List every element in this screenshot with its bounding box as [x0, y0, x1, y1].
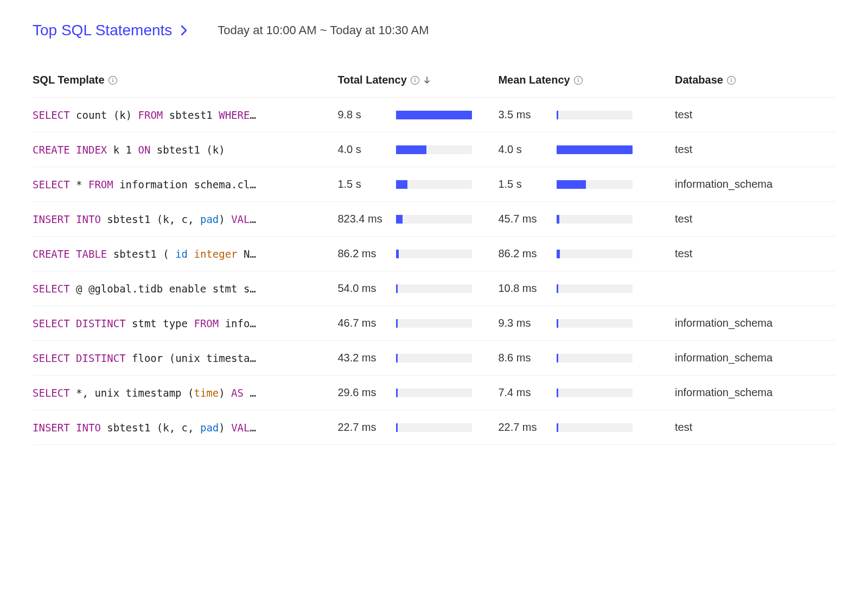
col-header-total-latency[interactable]: Total Latency	[337, 65, 498, 98]
total-latency-bar	[396, 250, 472, 258]
mean-latency-value: 22.7 ms	[498, 421, 547, 434]
mean-latency-bar	[557, 145, 633, 154]
total-latency-value: 54.0 ms	[337, 282, 386, 295]
col-header-template[interactable]: SQL Template	[33, 65, 337, 98]
mean-latency-bar	[557, 215, 633, 224]
info-icon[interactable]	[573, 75, 583, 85]
col-header-mean-latency[interactable]: Mean Latency	[498, 65, 675, 98]
mean-latency-value: 8.6 ms	[498, 352, 547, 364]
table-row[interactable]: INSERT INTO sbtest1 (k, c, pad) VAL… 823…	[33, 202, 835, 237]
sql-template: SELECT count (k) FROM sbtest1 WHERE…	[33, 109, 333, 121]
mean-latency-cell: 1.5 s	[498, 178, 671, 190]
database-value: information_schema	[675, 352, 773, 364]
mean-latency-value: 7.4 ms	[498, 386, 547, 399]
total-latency-bar	[396, 354, 472, 362]
mean-latency-value: 3.5 ms	[498, 109, 547, 121]
sql-table: SQL Template Total Latency	[33, 65, 835, 445]
total-latency-cell: 823.4 ms	[337, 213, 494, 225]
total-latency-bar	[396, 215, 472, 224]
table-header-row: SQL Template Total Latency	[33, 65, 835, 98]
mean-latency-value: 10.8 ms	[498, 282, 547, 295]
svg-point-1	[112, 78, 113, 79]
info-icon[interactable]	[410, 75, 420, 85]
sql-template: SELECT * FROM information_schema.cl…	[33, 179, 333, 190]
mean-latency-value: 86.2 ms	[498, 247, 547, 260]
mean-latency-bar	[557, 111, 633, 119]
total-latency-cell: 43.2 ms	[337, 352, 494, 364]
sort-desc-icon	[423, 76, 431, 85]
total-latency-cell: 54.0 ms	[337, 282, 494, 295]
svg-rect-8	[578, 79, 579, 82]
total-latency-cell: 29.6 ms	[337, 386, 494, 399]
total-latency-value: 86.2 ms	[337, 247, 386, 260]
total-latency-value: 1.5 s	[337, 178, 386, 190]
mean-latency-cell: 3.5 ms	[498, 109, 671, 121]
svg-point-7	[578, 78, 579, 79]
sql-template: SELECT @ @global.tidb_enable_stmt_s…	[33, 283, 333, 295]
database-value: information_schema	[675, 317, 773, 329]
table-row[interactable]: SELECT DISTINCT floor (unix_timesta… 43.…	[33, 341, 835, 376]
svg-rect-2	[112, 79, 113, 82]
mean-latency-cell: 45.7 ms	[498, 213, 671, 225]
table-row[interactable]: INSERT INTO sbtest1 (k, c, pad) VAL… 22.…	[33, 410, 835, 445]
total-latency-cell: 9.8 s	[337, 109, 494, 121]
total-latency-bar	[396, 145, 472, 154]
sql-template: INSERT INTO sbtest1 (k, c, pad) VAL…	[33, 213, 333, 225]
mean-latency-value: 1.5 s	[498, 178, 547, 190]
table-row[interactable]: SELECT *, unix_timestamp (time) AS … 29.…	[33, 376, 835, 410]
total-latency-bar	[396, 180, 472, 189]
total-latency-bar	[396, 423, 472, 432]
time-range: Today at 10:00 AM ~ Today at 10:30 AM	[218, 23, 429, 37]
chevron-right-icon	[180, 24, 188, 37]
table-row[interactable]: SELECT * FROM information_schema.cl… 1.5…	[33, 167, 835, 202]
database-value: information_schema	[675, 178, 773, 190]
mean-latency-value: 4.0 s	[498, 143, 547, 156]
database-value: test	[675, 143, 692, 155]
total-latency-bar	[396, 284, 472, 293]
table-row[interactable]: CREATE TABLE sbtest1 ( id integer N… 86.…	[33, 237, 835, 271]
database-value: test	[675, 109, 692, 120]
mean-latency-value: 9.3 ms	[498, 317, 547, 329]
sql-template: CREATE INDEX k_1 ON sbtest1 (k)	[33, 144, 333, 156]
total-latency-cell: 1.5 s	[337, 178, 494, 190]
svg-point-4	[414, 78, 416, 79]
mean-latency-bar	[557, 389, 633, 397]
mean-latency-cell: 10.8 ms	[498, 282, 671, 295]
info-icon[interactable]	[108, 75, 118, 85]
mean-latency-cell: 7.4 ms	[498, 386, 671, 399]
page-title: Top SQL Statements	[33, 22, 172, 39]
sql-template: CREATE TABLE sbtest1 ( id integer N…	[33, 248, 333, 260]
sql-template: SELECT DISTINCT stmt_type FROM info…	[33, 317, 333, 329]
total-latency-value: 43.2 ms	[337, 352, 386, 364]
total-latency-bar	[396, 111, 472, 119]
total-latency-value: 46.7 ms	[337, 317, 386, 329]
sql-template: INSERT INTO sbtest1 (k, c, pad) VAL…	[33, 422, 333, 434]
database-value: information_schema	[675, 386, 773, 398]
svg-rect-5	[414, 79, 416, 82]
total-latency-value: 4.0 s	[337, 143, 386, 156]
info-icon[interactable]	[726, 75, 736, 85]
mean-latency-bar	[557, 319, 633, 328]
total-latency-bar	[396, 389, 472, 397]
database-value: test	[675, 247, 692, 259]
table-row[interactable]: SELECT count (k) FROM sbtest1 WHERE… 9.8…	[33, 98, 835, 132]
table-row[interactable]: SELECT DISTINCT stmt_type FROM info… 46.…	[33, 306, 835, 341]
sql-template: SELECT DISTINCT floor (unix_timesta…	[33, 352, 333, 364]
total-latency-cell: 46.7 ms	[337, 317, 494, 329]
mean-latency-bar	[557, 250, 633, 258]
table-row[interactable]: CREATE INDEX k_1 ON sbtest1 (k) 4.0 s 4.…	[33, 132, 835, 167]
mean-latency-cell: 9.3 ms	[498, 317, 671, 329]
mean-latency-bar	[557, 284, 633, 293]
svg-point-10	[731, 78, 732, 79]
table-row[interactable]: SELECT @ @global.tidb_enable_stmt_s… 54.…	[33, 271, 835, 306]
total-latency-cell: 86.2 ms	[337, 247, 494, 260]
top-sql-link[interactable]: Top SQL Statements	[33, 22, 188, 39]
mean-latency-value: 45.7 ms	[498, 213, 547, 225]
total-latency-value: 29.6 ms	[337, 386, 386, 399]
mean-latency-cell: 4.0 s	[498, 143, 671, 156]
sql-template: SELECT *, unix_timestamp (time) AS …	[33, 387, 333, 399]
total-latency-value: 9.8 s	[337, 109, 386, 121]
database-value: test	[675, 213, 692, 225]
mean-latency-bar	[557, 180, 633, 189]
col-header-database[interactable]: Database	[675, 65, 835, 98]
